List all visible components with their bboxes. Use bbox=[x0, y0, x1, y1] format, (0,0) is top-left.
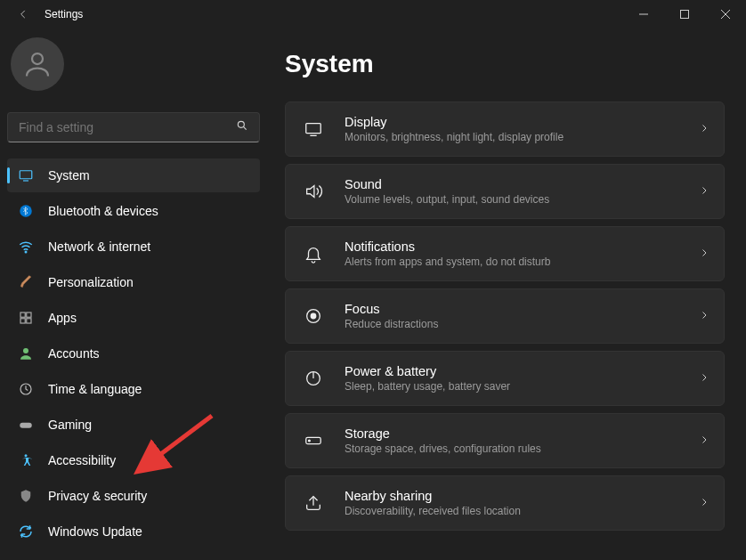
sidebar-item-label: Privacy & security bbox=[48, 489, 147, 503]
accessibility-icon bbox=[16, 452, 36, 468]
card-subtitle: Reduce distractions bbox=[345, 318, 699, 330]
display-icon bbox=[300, 119, 327, 139]
card-subtitle: Sleep, battery usage, battery saver bbox=[345, 380, 699, 393]
card-title: Sound bbox=[345, 177, 699, 191]
sidebar-item-accessibility[interactable]: Accessibility bbox=[7, 443, 260, 477]
system-icon bbox=[16, 167, 36, 183]
sidebar-item-apps[interactable]: Apps bbox=[7, 301, 260, 335]
maximize-button[interactable] bbox=[664, 0, 705, 28]
card-display[interactable]: Display Monitors, brightness, night ligh… bbox=[285, 101, 725, 157]
svg-line-6 bbox=[243, 126, 246, 129]
chevron-right-icon bbox=[699, 308, 710, 324]
sidebar-item-label: Gaming bbox=[48, 418, 92, 432]
avatar[interactable] bbox=[11, 37, 64, 91]
focus-icon bbox=[300, 306, 327, 326]
card-title: Storage bbox=[345, 426, 699, 441]
window-title: Settings bbox=[45, 8, 83, 20]
sidebar-item-label: System bbox=[48, 168, 90, 183]
svg-rect-13 bbox=[20, 319, 25, 323]
sidebar-item-label: Network & internet bbox=[48, 239, 150, 254]
card-title: Notifications bbox=[345, 239, 699, 254]
sidebar-item-accounts[interactable]: Accounts bbox=[7, 337, 260, 370]
chevron-right-icon bbox=[699, 370, 710, 386]
chevron-right-icon bbox=[699, 433, 710, 449]
sidebar-item-privacy[interactable]: Privacy & security bbox=[7, 479, 260, 513]
sidebar-item-label: Accessibility bbox=[48, 453, 116, 467]
chevron-right-icon bbox=[699, 183, 710, 199]
sidebar-item-personalization[interactable]: Personalization bbox=[7, 265, 260, 299]
sidebar-item-label: Personalization bbox=[48, 275, 134, 289]
card-title: Display bbox=[345, 115, 699, 129]
sidebar-item-gaming[interactable]: Gaming bbox=[7, 408, 260, 442]
svg-point-5 bbox=[238, 121, 244, 127]
svg-rect-19 bbox=[306, 124, 321, 134]
svg-rect-14 bbox=[27, 319, 31, 323]
bluetooth-icon bbox=[16, 203, 36, 219]
card-nearby-sharing[interactable]: Nearby sharing Discoverability, received… bbox=[285, 475, 725, 531]
back-button[interactable] bbox=[5, 0, 41, 28]
person-icon bbox=[16, 345, 36, 361]
svg-rect-12 bbox=[27, 312, 31, 317]
sidebar-item-network[interactable]: Network & internet bbox=[7, 230, 260, 264]
sidebar-item-bluetooth[interactable]: Bluetooth & devices bbox=[7, 194, 260, 228]
chevron-right-icon bbox=[699, 246, 710, 262]
sound-icon bbox=[300, 182, 327, 201]
svg-point-15 bbox=[23, 348, 28, 353]
minimize-button[interactable] bbox=[623, 0, 664, 28]
wifi-icon bbox=[16, 239, 36, 255]
sidebar-item-update[interactable]: Windows Update bbox=[7, 515, 260, 548]
svg-point-18 bbox=[25, 454, 28, 457]
apps-icon bbox=[16, 310, 36, 326]
sidebar-item-label: Apps bbox=[48, 311, 77, 325]
chevron-right-icon bbox=[699, 495, 710, 511]
gamepad-icon bbox=[16, 417, 36, 433]
svg-point-10 bbox=[25, 251, 27, 253]
power-icon bbox=[300, 369, 327, 388]
card-power[interactable]: Power & battery Sleep, battery usage, ba… bbox=[285, 351, 725, 406]
svg-point-22 bbox=[311, 313, 316, 319]
svg-point-26 bbox=[309, 440, 311, 442]
storage-icon bbox=[300, 431, 327, 450]
card-focus[interactable]: Focus Reduce distractions bbox=[285, 288, 725, 344]
shield-icon bbox=[16, 488, 36, 504]
update-icon bbox=[16, 523, 36, 540]
sidebar-item-label: Time & language bbox=[48, 382, 142, 396]
svg-point-4 bbox=[32, 53, 43, 64]
bell-icon bbox=[300, 244, 327, 264]
sidebar-item-system[interactable]: System bbox=[7, 158, 260, 192]
close-button[interactable] bbox=[705, 0, 746, 28]
share-icon bbox=[300, 493, 327, 513]
clock-globe-icon bbox=[16, 381, 36, 397]
card-storage[interactable]: Storage Storage space, drives, configura… bbox=[285, 413, 725, 468]
svg-rect-7 bbox=[20, 171, 32, 179]
card-sound[interactable]: Sound Volume levels, output, input, soun… bbox=[285, 164, 725, 219]
search-field[interactable] bbox=[19, 120, 236, 134]
card-title: Nearby sharing bbox=[345, 489, 699, 503]
sidebar-item-label: Bluetooth & devices bbox=[48, 204, 158, 218]
search-icon bbox=[236, 119, 248, 135]
card-title: Focus bbox=[345, 302, 699, 316]
search-input[interactable] bbox=[7, 112, 260, 142]
svg-rect-11 bbox=[20, 312, 25, 317]
sidebar-item-label: Windows Update bbox=[48, 524, 142, 539]
page-title: System bbox=[285, 50, 725, 78]
card-subtitle: Volume levels, output, input, sound devi… bbox=[345, 193, 699, 206]
svg-rect-1 bbox=[681, 11, 689, 19]
sidebar-item-time[interactable]: Time & language bbox=[7, 372, 260, 406]
card-subtitle: Monitors, brightness, night light, displ… bbox=[345, 131, 699, 143]
svg-rect-17 bbox=[20, 423, 32, 428]
titlebar: Settings bbox=[0, 0, 746, 28]
card-subtitle: Storage space, drives, configuration rul… bbox=[345, 442, 699, 455]
sidebar-item-label: Accounts bbox=[48, 346, 100, 361]
card-subtitle: Alerts from apps and system, do not dist… bbox=[345, 256, 699, 268]
sidebar: System Bluetooth & devices Network & int… bbox=[0, 28, 267, 560]
card-subtitle: Discoverability, received files location bbox=[345, 505, 699, 517]
main-content: System Display Monitors, brightness, nig… bbox=[267, 28, 746, 560]
brush-icon bbox=[16, 274, 36, 290]
nav: System Bluetooth & devices Network & int… bbox=[7, 158, 260, 548]
card-title: Power & battery bbox=[345, 364, 699, 378]
chevron-right-icon bbox=[699, 121, 710, 137]
card-notifications[interactable]: Notifications Alerts from apps and syste… bbox=[285, 226, 725, 281]
